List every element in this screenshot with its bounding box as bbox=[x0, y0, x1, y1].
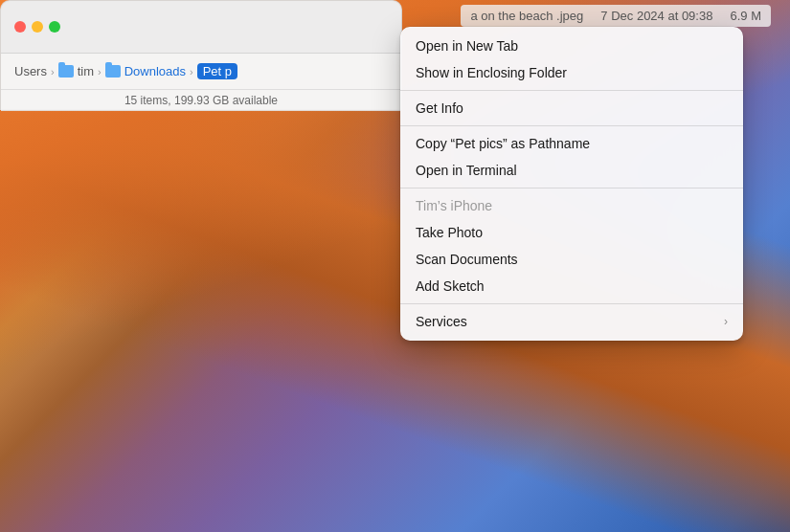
menu-label-services: Services bbox=[416, 314, 724, 329]
minimize-button[interactable] bbox=[32, 21, 43, 33]
menu-label-copy-pathname: Copy “Pet pics” as Pathname bbox=[416, 136, 728, 151]
file-info-bar: a on the beach .jpeg 7 Dec 2024 at 09:38… bbox=[461, 5, 771, 27]
menu-item-show-enclosing[interactable]: Show in Enclosing Folder bbox=[400, 59, 743, 86]
file-name: a on the beach .jpeg bbox=[470, 9, 583, 23]
menu-item-iphone-header: Tim’s iPhone bbox=[400, 192, 743, 219]
status-text: 15 items, 199.93 GB available bbox=[124, 94, 278, 107]
separator-separator-2 bbox=[400, 125, 743, 126]
separator-separator-4 bbox=[400, 303, 743, 304]
menu-label-open-terminal: Open in Terminal bbox=[416, 163, 728, 178]
separator-separator-1 bbox=[400, 90, 743, 91]
breadcrumb-downloads[interactable]: Downloads bbox=[105, 64, 186, 78]
menu-item-services[interactable]: Services› bbox=[400, 308, 743, 335]
breadcrumb-sep-1: › bbox=[51, 66, 55, 78]
pet-label: Pet p bbox=[197, 63, 237, 79]
menu-label-get-info: Get Info bbox=[416, 100, 728, 116]
menu-label-take-photo: Take Photo bbox=[416, 225, 728, 240]
finder-toolbar bbox=[1, 1, 401, 54]
finder-window: Users › tim › Downloads › Pet p 15 items… bbox=[0, 0, 402, 110]
status-bar: 15 items, 199.93 GB available bbox=[1, 90, 401, 111]
menu-item-scan-docs[interactable]: Scan Documents bbox=[400, 246, 743, 273]
breadcrumb-users[interactable]: Users bbox=[14, 64, 47, 78]
menu-label-open-new-tab: Open in New Tab bbox=[416, 38, 728, 54]
menu-item-open-new-tab[interactable]: Open in New Tab bbox=[400, 33, 743, 59]
menu-label-add-sketch: Add Sketch bbox=[416, 278, 728, 294]
menu-item-take-photo[interactable]: Take Photo bbox=[400, 219, 743, 246]
breadcrumb-pet[interactable]: Pet p bbox=[197, 63, 237, 79]
window-buttons bbox=[14, 21, 60, 33]
menu-item-get-info[interactable]: Get Info bbox=[400, 95, 743, 122]
file-date: 7 Dec 2024 at 09:38 bbox=[600, 9, 712, 23]
users-label: Users bbox=[14, 64, 47, 78]
menu-label-scan-docs: Scan Documents bbox=[416, 252, 728, 267]
menu-arrow-services: › bbox=[724, 315, 728, 328]
menu-item-copy-pathname[interactable]: Copy “Pet pics” as Pathname bbox=[400, 130, 743, 157]
tim-label: tim bbox=[78, 64, 94, 78]
maximize-button[interactable] bbox=[49, 21, 60, 33]
file-size: 6.9 M bbox=[730, 9, 761, 23]
menu-label-show-enclosing: Show in Enclosing Folder bbox=[416, 65, 728, 80]
close-button[interactable] bbox=[14, 21, 26, 33]
breadcrumb-bar: Users › tim › Downloads › Pet p bbox=[1, 54, 401, 90]
breadcrumb-tim[interactable]: tim bbox=[58, 64, 94, 78]
folder-icon-tim bbox=[58, 65, 74, 78]
breadcrumb-sep-2: › bbox=[98, 66, 102, 78]
context-menu: Open in New TabShow in Enclosing FolderG… bbox=[400, 27, 743, 341]
separator-separator-3 bbox=[400, 188, 743, 188]
menu-item-add-sketch[interactable]: Add Sketch bbox=[400, 273, 743, 299]
breadcrumb-sep-3: › bbox=[190, 66, 193, 78]
menu-item-open-terminal[interactable]: Open in Terminal bbox=[400, 157, 743, 184]
downloads-label: Downloads bbox=[124, 64, 186, 78]
folder-icon-downloads bbox=[105, 65, 121, 78]
menu-label-iphone-header: Tim’s iPhone bbox=[416, 198, 728, 213]
